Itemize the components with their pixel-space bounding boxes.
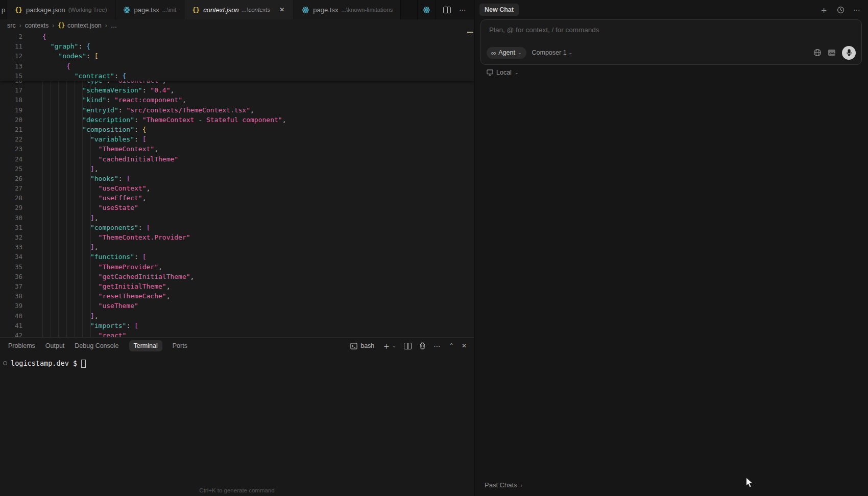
line-number: 36 <box>0 272 26 281</box>
code-text: "variables": [ <box>26 134 147 144</box>
shell-label: bash <box>360 342 374 349</box>
command-decoration-icon <box>3 361 7 365</box>
code-line: 15 "contract": { <box>0 71 474 81</box>
editor-tab-package-json[interactable]: {}package.json(Working Tree) <box>7 0 115 19</box>
more-actions-icon[interactable]: ⋯ <box>459 6 467 14</box>
breadcrumb-item-contexts[interactable]: contexts <box>25 22 49 29</box>
terminal-hint: Ctrl+K to generate command <box>0 487 474 493</box>
code-text: "kind": "react:component", <box>26 95 186 105</box>
breadcrumb-item-src[interactable]: src <box>7 22 16 29</box>
line-number: 15 <box>0 71 26 81</box>
add-chat-icon[interactable]: ＋ <box>819 4 828 16</box>
history-clock-icon[interactable] <box>837 6 845 14</box>
panel-close-icon[interactable]: ✕ <box>462 342 467 349</box>
split-terminal-icon[interactable] <box>404 343 412 349</box>
partial-tab-left[interactable]: p <box>0 0 7 19</box>
react-icon <box>423 6 430 14</box>
code-line: 20 "description": "ThemeContext - Statef… <box>0 115 474 125</box>
code-line: 31 "components": [ <box>0 223 474 232</box>
chat-input-card[interactable]: Plan, @ for context, / for commands ∞ Ag… <box>480 19 862 65</box>
tab-label: page.tsx <box>134 6 159 14</box>
line-number: 20 <box>0 115 26 125</box>
line-number: 33 <box>0 242 26 252</box>
past-chats-link[interactable]: Past Chats › <box>485 481 522 489</box>
code-line: 2{ <box>0 32 474 41</box>
chevron-right-icon: › <box>521 482 523 488</box>
chevron-down-icon: ⌄ <box>392 343 396 348</box>
editor-tab-context-json[interactable]: {}context.json...\contexts✕ <box>184 0 294 19</box>
composer-selector[interactable]: Composer 1 ⌄ <box>532 49 573 56</box>
overview-ruler-marker <box>467 32 473 33</box>
chevron-right-icon: › <box>52 22 54 29</box>
new-chat-tab[interactable]: New Chat <box>479 4 519 16</box>
code-text: { <box>26 32 46 41</box>
panel-tab-output[interactable]: Output <box>45 342 65 349</box>
code-text: "nodes": [ <box>26 51 99 61</box>
code-text: ], <box>26 164 99 174</box>
composer-label: Composer 1 <box>532 49 567 56</box>
code-text: "entryId": "src/contexts/ThemeContext.ts… <box>26 105 254 115</box>
mouse-cursor <box>745 477 754 488</box>
editor-tab-page-tsx[interactable]: page.tsx...\known-limitations <box>294 0 401 19</box>
line-number: 25 <box>0 164 26 174</box>
panel-tab-ports[interactable]: Ports <box>173 342 187 349</box>
line-number: 23 <box>0 144 26 154</box>
line-number: 35 <box>0 262 26 272</box>
close-tab-icon[interactable]: ✕ <box>278 6 286 14</box>
code-lines: 16 "type": "UIContract",17 "schemaVersio… <box>0 76 474 337</box>
breadcrumb-label: context.json <box>67 22 102 29</box>
microphone-button[interactable] <box>842 46 856 60</box>
mode-selector[interactable]: ∞ Agent ⌄ <box>487 47 526 59</box>
line-number: 38 <box>0 291 26 301</box>
editor-tab-page-tsx[interactable]: page.tsx...\init <box>115 0 185 19</box>
code-text: "getInitialTheme", <box>26 281 170 291</box>
code-text: "ThemeContext.Provider" <box>26 232 190 242</box>
panel-tab-terminal[interactable]: Terminal <box>129 340 162 351</box>
split-editor-icon[interactable] <box>443 7 451 13</box>
code-text: "functions": [ <box>26 252 147 262</box>
code-line: 39 "useTheme" <box>0 301 474 311</box>
tab-label: package.json <box>26 6 65 14</box>
chat-input-placeholder: Plan, @ for context, / for commands <box>489 26 599 34</box>
code-editor[interactable]: 16 "type": "UIContract",17 "schemaVersio… <box>0 32 474 337</box>
new-terminal-button[interactable]: ＋ ⌄ <box>382 340 396 352</box>
code-line: 12 "nodes": [ <box>0 51 474 61</box>
breadcrumb-item--[interactable]: … <box>111 22 117 29</box>
line-number: 29 <box>0 203 26 212</box>
line-number: 30 <box>0 213 26 223</box>
tab-description: ...\init <box>162 7 176 13</box>
code-line: 32 "ThemeContext.Provider" <box>0 232 474 242</box>
panel-more-icon[interactable]: ⋯ <box>433 342 441 350</box>
panel-maximize-icon[interactable]: ⌃ <box>449 342 454 349</box>
code-line: 40 ], <box>0 311 474 321</box>
chat-header: New Chat ＋ ⋯ <box>474 0 868 19</box>
breadcrumb-item-context-json[interactable]: {}context.json <box>58 22 102 29</box>
chat-more-icon[interactable]: ⋯ <box>853 6 861 14</box>
terminal-prompt-line[interactable]: logicstamp.dev $ <box>0 359 474 367</box>
partial-tab-right[interactable] <box>417 0 436 19</box>
code-line: 37 "getInitialTheme", <box>0 281 474 291</box>
environment-selector[interactable]: Local ⌄ <box>487 69 518 76</box>
code-text: ], <box>26 213 99 223</box>
line-number: 13 <box>0 61 26 71</box>
line-number: 40 <box>0 311 26 321</box>
image-icon[interactable] <box>828 49 836 56</box>
panel-tab-debug-console[interactable]: Debug Console <box>75 342 118 349</box>
json-braces-icon: {} <box>15 6 22 14</box>
terminal-icon <box>350 343 357 349</box>
line-number: 27 <box>0 183 26 193</box>
terminal-prompt: logicstamp.dev $ <box>11 359 77 367</box>
shell-selector[interactable]: bash <box>350 342 374 349</box>
code-line: 30 ], <box>0 213 474 223</box>
sticky-scroll[interactable]: 2{11 "graph": {12 "nodes": [13 {15 "cont… <box>0 32 474 81</box>
panel-tab-problems[interactable]: Problems <box>8 342 35 349</box>
code-text: "useEffect", <box>26 193 147 203</box>
mode-label: Agent <box>498 49 515 56</box>
line-number: 19 <box>0 105 26 115</box>
chevron-down-icon: ⌄ <box>518 50 522 55</box>
code-line: 21 "composition": { <box>0 125 474 134</box>
globe-icon[interactable] <box>813 49 822 57</box>
line-number: 18 <box>0 95 26 105</box>
trash-icon[interactable] <box>419 342 426 349</box>
line-number: 11 <box>0 41 26 51</box>
